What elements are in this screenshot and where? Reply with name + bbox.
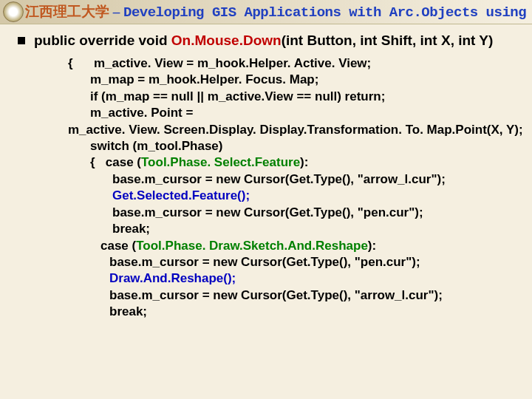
code-line: base.m_cursor = new Cursor(Get.Type(), "…: [68, 287, 514, 304]
university-logo: [3, 1, 24, 22]
code-line: { case (Tool.Phase. Select.Feature):: [68, 154, 514, 171]
bullet-item: public override void On.Mouse.Down(int B…: [18, 32, 514, 50]
header-dash: –: [109, 4, 123, 19]
method-name: On.Mouse.Down: [171, 33, 282, 48]
method-prefix: public override void: [34, 33, 171, 48]
code-line: m_active. View. Screen.Display. Display.…: [68, 122, 514, 138]
code-line: m_active. Point =: [68, 105, 514, 121]
header-text: 江西理工大学 – Developing GIS Applications wit…: [25, 2, 532, 21]
code-line: break;: [68, 221, 514, 237]
code-line: switch (m_tool.Phase): [68, 138, 514, 154]
course-title: Developing GIS Applications with Arc.Obj…: [123, 4, 532, 21]
code-block: { m_active. View = m_hook.Helper. Active…: [68, 55, 514, 321]
bullet-icon: [18, 37, 25, 44]
code-line: case (Tool.Phase. Draw.Sketch.And.Reshap…: [68, 238, 514, 254]
method-signature: public override void On.Mouse.Down(int B…: [34, 32, 493, 50]
method-params: (int Button, int Shift, int X, int Y): [282, 33, 494, 48]
code-line: if (m_map == null || m_active.View == nu…: [68, 89, 514, 105]
code-line: m_map = m_hook.Helper. Focus. Map;: [68, 72, 514, 88]
code-line: base.m_cursor = new Cursor(Get.Type(), "…: [68, 205, 514, 221]
code-line: Get.Selected.Feature();: [68, 188, 514, 204]
code-line: break;: [68, 304, 514, 320]
code-line: base.m_cursor = new Cursor(Get.Type(), "…: [68, 254, 514, 270]
code-line: Draw.And.Reshape();: [68, 270, 514, 287]
code-line: base.m_cursor = new Cursor(Get.Type(), "…: [68, 171, 514, 188]
slide-header: 江西理工大学 – Developing GIS Applications wit…: [0, 0, 532, 24]
slide-content: public override void On.Mouse.Down(int B…: [0, 24, 532, 321]
code-line: { m_active. View = m_hook.Helper. Active…: [68, 55, 514, 72]
university-name: 江西理工大学: [25, 4, 109, 19]
